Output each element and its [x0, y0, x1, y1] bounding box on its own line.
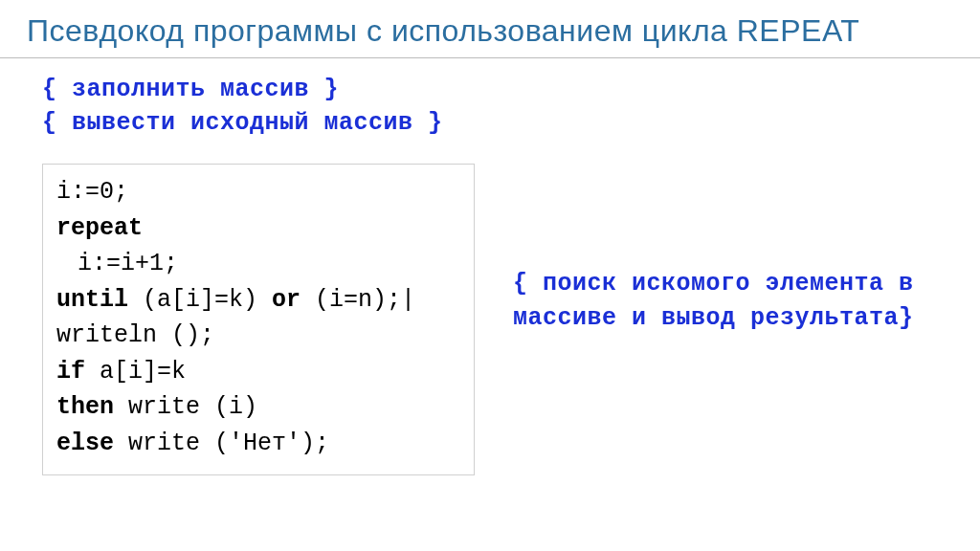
code-line-4: until (a[i]=k) or (i=n);|	[56, 282, 460, 319]
code-line-5: writeln ();	[56, 318, 460, 354]
kw-repeat: repeat	[56, 214, 143, 242]
code-line-8: else write ('Нет');	[56, 426, 460, 462]
kw-until: until	[56, 286, 128, 314]
comment-print: { вывести исходный массив }	[42, 109, 938, 137]
code-line-6: if a[i]=k	[56, 354, 460, 390]
code-line-3: i:=i+1;	[56, 246, 460, 282]
comment-fill: { заполнить массив }	[42, 76, 938, 103]
code-l8-rest: write ('Нет');	[114, 430, 329, 457]
code-line-2: repeat	[56, 210, 460, 247]
kw-then: then	[56, 393, 114, 421]
code-l7-rest: write (i)	[114, 393, 257, 421]
slide-title: Псевдокод программы с использованием цик…	[27, 11, 953, 50]
code-block: i:=0; repeat i:=i+1; until (a[i]=k) or (…	[42, 164, 475, 475]
code-row: i:=0; repeat i:=i+1; until (a[i]=k) or (…	[42, 164, 938, 475]
code-l6-rest: a[i]=k	[85, 358, 186, 386]
code-line-1: i:=0;	[56, 174, 460, 210]
kw-if: if	[56, 358, 85, 386]
slide-content: { заполнить массив } { вывести исходный …	[0, 58, 980, 493]
kw-else: else	[56, 430, 114, 457]
comment-search: { поиск искомого элемента в массиве и вы…	[513, 267, 934, 337]
code-l4-mid: (a[i]=k)	[128, 286, 272, 314]
code-line-7: then write (i)	[56, 389, 460, 426]
code-l4-end: (i=n);|	[301, 286, 415, 314]
kw-or: or	[272, 286, 301, 314]
slide-header: Псевдокод программы с использованием цик…	[0, 0, 980, 58]
